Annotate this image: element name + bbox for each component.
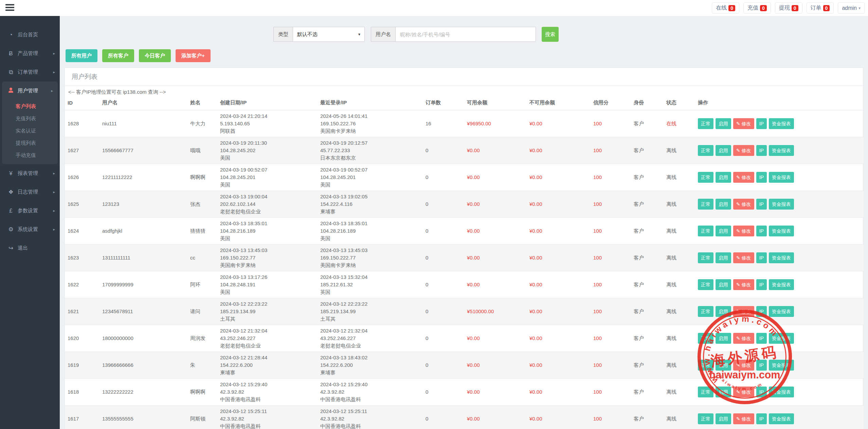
action-enable-button[interactable]: 启用 bbox=[716, 118, 731, 129]
sidebar-subitem-realname-verify[interactable]: 实名认证 bbox=[2, 125, 58, 137]
withdraw-count-button[interactable]: 提现 0 bbox=[775, 2, 802, 14]
action-fund-report-button[interactable]: 资金报表 bbox=[769, 199, 794, 210]
cell-created: 2024-03-19 00:52:07104.28.245.201美国 bbox=[217, 164, 318, 191]
action-enable-button[interactable]: 启用 bbox=[716, 252, 731, 263]
order-count-button[interactable]: 订单 0 bbox=[807, 2, 834, 14]
action-normal-button[interactable]: 正常 bbox=[698, 279, 713, 290]
action-normal-button[interactable]: 正常 bbox=[698, 360, 713, 371]
add-customer-button[interactable]: 添加客户+ bbox=[176, 49, 211, 62]
action-modify-button[interactable]: ✎ 修改 bbox=[733, 360, 754, 371]
action-normal-button[interactable]: 正常 bbox=[698, 118, 713, 129]
action-modify-button[interactable]: ✎ 修改 bbox=[733, 413, 754, 424]
cell-username: 12345678911 bbox=[100, 298, 187, 325]
sidebar-item-users[interactable]: 用户管理 ▸ bbox=[2, 82, 58, 100]
table-row: 1626 12211112222 啊啊啊 2024-03-19 00:52:07… bbox=[65, 164, 864, 191]
sidebar-item-logout[interactable]: ↪ 退出 bbox=[0, 239, 60, 257]
sidebar-subitem-recharge-list[interactable]: 充值列表 bbox=[2, 112, 58, 125]
today-customers-button[interactable]: 今日客户 bbox=[139, 49, 171, 62]
cell-status: 离线 bbox=[664, 325, 695, 352]
sidebar-subitem-manual-recharge[interactable]: 手动充值 bbox=[2, 149, 58, 161]
action-fund-report-button[interactable]: 资金报表 bbox=[769, 413, 794, 424]
sidebar-item-reports[interactable]: ¥ 报表管理 ▸ bbox=[0, 164, 60, 183]
action-modify-button[interactable]: ✎ 修改 bbox=[733, 118, 754, 129]
sidebar-item-orders[interactable]: ⧉ 订单管理 ▸ bbox=[0, 63, 60, 82]
action-modify-button[interactable]: ✎ 修改 bbox=[733, 226, 754, 236]
action-normal-button[interactable]: 正常 bbox=[698, 413, 713, 424]
username-search-input[interactable] bbox=[395, 27, 536, 42]
action-ip-button[interactable]: IP bbox=[756, 252, 767, 263]
action-ip-button[interactable]: IP bbox=[756, 226, 767, 236]
action-normal-button[interactable]: 正常 bbox=[698, 306, 713, 317]
cell-available-balance: ¥0.00 bbox=[464, 218, 527, 245]
action-enable-button[interactable]: 启用 bbox=[716, 199, 731, 210]
recharge-count-button[interactable]: 充值 0 bbox=[743, 2, 771, 14]
action-normal-button[interactable]: 正常 bbox=[698, 199, 713, 210]
online-count-button[interactable]: 在线 0 bbox=[712, 2, 739, 14]
action-modify-button[interactable]: ✎ 修改 bbox=[733, 279, 754, 290]
action-ip-button[interactable]: IP bbox=[756, 387, 767, 397]
action-enable-button[interactable]: 启用 bbox=[716, 172, 731, 183]
all-customers-button[interactable]: 所有客户 bbox=[102, 49, 134, 62]
action-ip-button[interactable]: IP bbox=[756, 279, 767, 290]
action-fund-report-button[interactable]: 资金报表 bbox=[769, 387, 794, 397]
action-ip-button[interactable]: IP bbox=[756, 145, 767, 156]
search-bar: 类型 默认不选 ▾ 用户名 搜索 bbox=[273, 26, 868, 42]
action-modify-button[interactable]: ✎ 修改 bbox=[733, 333, 754, 344]
sidebar-item-params[interactable]: £ 参数设置 ▸ bbox=[0, 201, 60, 220]
action-normal-button[interactable]: 正常 bbox=[698, 226, 713, 236]
cell-created: 2024-03-13 19:00:04202.62.102.144老挝老挝电信企… bbox=[217, 191, 318, 218]
all-users-button[interactable]: 所有用户 bbox=[66, 49, 97, 62]
action-ip-button[interactable]: IP bbox=[756, 413, 767, 424]
action-fund-report-button[interactable]: 资金报表 bbox=[769, 252, 794, 263]
sidebar-item-label: 用户管理 bbox=[18, 88, 51, 94]
action-ip-button[interactable]: IP bbox=[756, 118, 767, 129]
action-fund-report-button[interactable]: 资金报表 bbox=[769, 145, 794, 156]
action-ip-button[interactable]: IP bbox=[756, 172, 767, 183]
action-ip-button[interactable]: IP bbox=[756, 360, 767, 371]
action-fund-report-button[interactable]: 资金报表 bbox=[769, 226, 794, 236]
cell-id: 1619 bbox=[65, 352, 100, 379]
action-normal-button[interactable]: 正常 bbox=[698, 252, 713, 263]
action-ip-button[interactable]: IP bbox=[756, 306, 767, 317]
cell-created: 2024-03-12 15:29:4042.3.92.82中国香港电讯盈科 bbox=[217, 379, 318, 406]
admin-user-dropdown[interactable]: admin ▾ bbox=[838, 2, 865, 14]
action-fund-report-button[interactable]: 资金报表 bbox=[769, 360, 794, 371]
action-normal-button[interactable]: 正常 bbox=[698, 333, 713, 344]
action-enable-button[interactable]: 启用 bbox=[716, 413, 731, 424]
action-modify-button[interactable]: ✎ 修改 bbox=[733, 199, 754, 210]
action-enable-button[interactable]: 启用 bbox=[716, 279, 731, 290]
action-fund-report-button[interactable]: 资金报表 bbox=[769, 279, 794, 290]
action-modify-button[interactable]: ✎ 修改 bbox=[733, 387, 754, 397]
sidebar-subitem-customer-list[interactable]: 客户列表 bbox=[2, 100, 58, 112]
action-modify-button[interactable]: ✎ 修改 bbox=[733, 172, 754, 183]
action-fund-report-button[interactable]: 资金报表 bbox=[769, 333, 794, 344]
sidebar-subitem-withdraw-list[interactable]: 提现列表 bbox=[2, 137, 58, 149]
sidebar-item-logs[interactable]: ❖ 日志管理 ▸ bbox=[0, 183, 60, 201]
sidebar-item-products[interactable]: Ƀ 产品管理 ▸ bbox=[0, 44, 60, 63]
action-enable-button[interactable]: 启用 bbox=[716, 387, 731, 397]
table-row: 1628 niu111 牛大力 2024-03-24 21:20:145.193… bbox=[65, 110, 864, 137]
action-enable-button[interactable]: 启用 bbox=[716, 360, 731, 371]
action-enable-button[interactable]: 启用 bbox=[716, 333, 731, 344]
cell-available-balance: ¥510000.00 bbox=[464, 298, 527, 325]
search-button[interactable]: 搜索 bbox=[542, 27, 559, 42]
action-normal-button[interactable]: 正常 bbox=[698, 172, 713, 183]
action-fund-report-button[interactable]: 资金报表 bbox=[769, 306, 794, 317]
action-modify-button[interactable]: ✎ 修改 bbox=[733, 145, 754, 156]
action-modify-button[interactable]: ✎ 修改 bbox=[733, 306, 754, 317]
hamburger-menu-icon[interactable] bbox=[5, 4, 15, 12]
action-enable-button[interactable]: 启用 bbox=[716, 226, 731, 236]
sidebar-item-dashboard[interactable]: ◔ 后台首页 bbox=[0, 25, 60, 44]
sidebar-item-system[interactable]: ⚙ 系统设置 ▸ bbox=[0, 220, 60, 239]
action-normal-button[interactable]: 正常 bbox=[698, 145, 713, 156]
action-fund-report-button[interactable]: 资金报表 bbox=[769, 118, 794, 129]
type-select[interactable]: 默认不选 ▾ bbox=[293, 27, 365, 42]
action-modify-button[interactable]: ✎ 修改 bbox=[733, 252, 754, 263]
action-enable-button[interactable]: 启用 bbox=[716, 145, 731, 156]
action-enable-button[interactable]: 启用 bbox=[716, 306, 731, 317]
action-ip-button[interactable]: IP bbox=[756, 199, 767, 210]
cell-order-count: 16 bbox=[423, 110, 464, 137]
action-normal-button[interactable]: 正常 bbox=[698, 387, 713, 397]
action-fund-report-button[interactable]: 资金报表 bbox=[769, 172, 794, 183]
action-ip-button[interactable]: IP bbox=[756, 333, 767, 344]
